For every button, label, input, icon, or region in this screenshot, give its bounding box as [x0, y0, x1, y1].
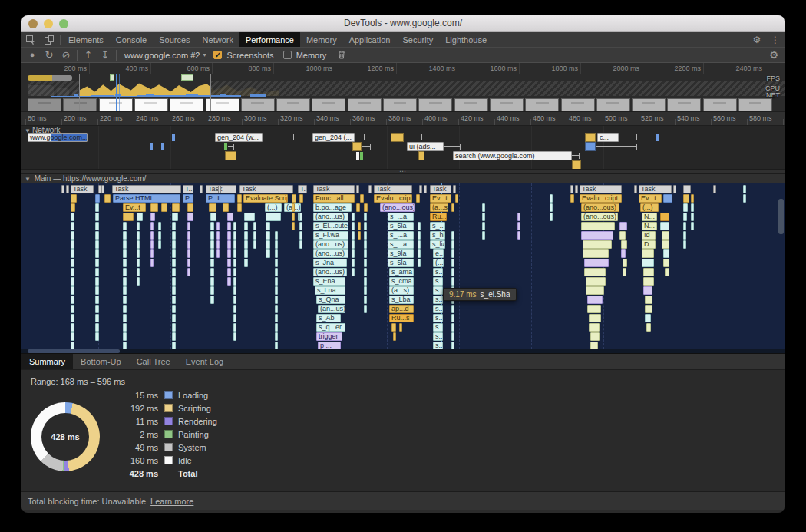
flame-block[interactable] [233, 231, 236, 240]
flame-block[interactable] [364, 259, 367, 267]
memory-checkbox[interactable] [283, 51, 292, 59]
flame-block[interactable] [150, 240, 154, 249]
flame-block[interactable] [71, 332, 74, 341]
flame-block[interactable]: s... [433, 296, 443, 304]
screenshot-thumbnail[interactable] [28, 98, 61, 111]
flame-block[interactable] [743, 194, 746, 203]
flame-block[interactable] [71, 323, 74, 332]
flame-block[interactable] [71, 222, 74, 230]
flame-block[interactable] [266, 249, 270, 258]
flame-block[interactable] [451, 332, 454, 341]
flame-block[interactable] [663, 194, 672, 203]
flame-block[interactable] [210, 222, 214, 230]
flame-block[interactable] [587, 305, 601, 313]
flame-block[interactable] [237, 203, 242, 212]
flame-block[interactable] [95, 286, 99, 295]
flame-block[interactable] [623, 268, 626, 276]
flame-block[interactable] [584, 268, 606, 276]
flame-block[interactable]: s_Qna [316, 296, 345, 304]
flame-block[interactable] [451, 268, 454, 276]
flame-block[interactable] [104, 194, 111, 203]
flame-block[interactable] [451, 314, 454, 322]
flame-block[interactable] [187, 222, 190, 230]
flame-block[interactable]: (ano...us) [313, 213, 348, 221]
network-request-bar[interactable] [391, 133, 404, 142]
flame-vertical-scrollbar[interactable] [778, 199, 784, 234]
flame-block[interactable] [275, 305, 278, 313]
flame-block[interactable] [683, 194, 689, 203]
network-request-tick[interactable] [356, 152, 359, 160]
flame-block[interactable]: Evalu...cript [374, 194, 412, 203]
flame-block[interactable]: s_q...er [316, 323, 345, 332]
flame-block[interactable] [575, 185, 578, 193]
flame-block[interactable] [137, 231, 140, 240]
flame-block[interactable] [71, 277, 74, 286]
flame-block[interactable] [683, 213, 687, 221]
flame-block[interactable]: s...i [433, 323, 443, 332]
flame-block[interactable] [237, 194, 242, 203]
flame-block[interactable] [550, 194, 553, 203]
flame-block[interactable]: (ano...us) [313, 240, 348, 249]
flame-block[interactable] [683, 203, 688, 212]
flame-block[interactable] [253, 231, 256, 240]
flame-block[interactable] [275, 231, 278, 240]
flame-block[interactable]: ap...d [389, 305, 414, 313]
flame-block[interactable]: P...L [206, 194, 235, 203]
flame-block[interactable] [158, 222, 161, 230]
flame-block[interactable]: Func...all [313, 194, 355, 203]
network-track[interactable]: ▼Network www.google.com...gen_204 (w...g… [21, 126, 785, 169]
flame-block[interactable] [187, 249, 190, 258]
flame-block[interactable]: (ano...ous) [581, 203, 619, 212]
flame-block[interactable]: s_hla [430, 231, 445, 240]
flame-block[interactable] [210, 249, 214, 258]
flame-block[interactable] [123, 305, 127, 313]
screenshot-thumbnail[interactable] [667, 98, 701, 111]
flame-block[interactable]: (an...us) [318, 305, 345, 313]
flame-block[interactable] [123, 296, 127, 304]
flame-block[interactable] [364, 296, 367, 304]
flame-block[interactable] [299, 240, 302, 249]
flame-block[interactable] [210, 213, 216, 221]
flame-block[interactable] [150, 249, 154, 258]
flame-block[interactable] [227, 240, 231, 249]
tab-elements[interactable]: Elements [62, 32, 110, 47]
network-request[interactable]: gen_204 (... [312, 133, 355, 142]
flame-block[interactable] [101, 185, 104, 193]
flame-block[interactable]: Task [639, 185, 672, 193]
flame-block[interactable] [71, 194, 77, 203]
flame-block[interactable] [482, 213, 485, 221]
flame-block[interactable] [150, 231, 154, 240]
flame-block[interactable] [645, 305, 652, 313]
network-request-bar[interactable] [585, 142, 596, 151]
flame-block[interactable] [646, 323, 651, 332]
flame-block[interactable] [364, 203, 368, 212]
flame-block[interactable]: Task [112, 185, 181, 193]
flame-block[interactable] [356, 185, 359, 193]
flame-block[interactable]: s_lia [430, 240, 445, 249]
flame-block[interactable] [583, 249, 609, 258]
flame-block[interactable] [137, 249, 140, 258]
flame-block[interactable] [244, 222, 248, 230]
flame-block[interactable] [95, 314, 99, 322]
flame-block[interactable] [123, 323, 127, 332]
flame-block[interactable] [391, 323, 396, 332]
flame-block[interactable]: (ano...ous) [581, 213, 618, 221]
flame-block[interactable] [621, 240, 627, 249]
screenshot-thumbnail[interactable] [738, 98, 772, 111]
flame-block[interactable] [137, 268, 140, 276]
flame-block[interactable] [275, 268, 278, 276]
flame-block[interactable]: s_El...cute [313, 222, 348, 230]
minimize-window-button[interactable] [44, 19, 53, 28]
flame-block[interactable] [123, 231, 127, 240]
kebab-menu-icon[interactable]: ⋮ [766, 32, 785, 47]
flame-block[interactable] [451, 231, 454, 240]
flame-block[interactable] [643, 277, 654, 286]
flame-block[interactable] [210, 259, 214, 267]
flame-block[interactable]: Id [642, 231, 656, 240]
flame-block[interactable] [218, 185, 221, 193]
flame-block[interactable]: P... [183, 194, 193, 203]
flame-block[interactable] [292, 213, 295, 221]
flame-block[interactable] [123, 314, 127, 322]
close-window-button[interactable] [28, 19, 38, 28]
flame-block[interactable]: Ev...t [430, 194, 451, 203]
